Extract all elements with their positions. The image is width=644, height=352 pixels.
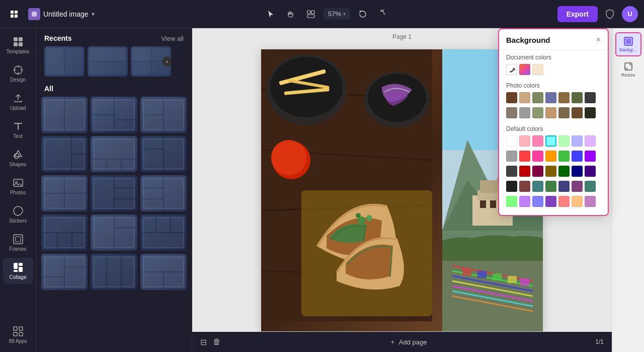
def-color-5-2[interactable]: [519, 196, 530, 207]
template-item[interactable]: [140, 136, 187, 172]
logo-icon[interactable]: [6, 6, 22, 22]
def-color-2-4[interactable]: [545, 151, 556, 162]
def-color-5-1[interactable]: [506, 196, 517, 207]
template-item[interactable]: [140, 215, 187, 251]
def-color-3-4[interactable]: [545, 166, 556, 177]
doc-color-swatch-3[interactable]: [532, 64, 543, 75]
def-color-1-7[interactable]: [585, 135, 596, 147]
photo-color-6[interactable]: [572, 92, 583, 103]
def-color-4-3[interactable]: [532, 181, 543, 192]
view-all-link[interactable]: View all: [161, 35, 184, 42]
bg-popup-close-button[interactable]: ×: [596, 35, 601, 44]
sidebar-item-upload[interactable]: Upload: [3, 89, 33, 115]
sidebar-item-frames[interactable]: Frames: [3, 230, 33, 256]
delete-icon[interactable]: 🗑: [213, 337, 221, 346]
photo-color-7[interactable]: [585, 92, 596, 103]
sidebar-item-apps[interactable]: 88 Apps: [3, 322, 33, 348]
def-color-4-1[interactable]: [506, 181, 517, 192]
right-panel-resize[interactable]: Resize: [615, 58, 641, 81]
template-item[interactable]: [41, 254, 88, 290]
template-item[interactable]: [91, 175, 137, 212]
photo-color-r2-5[interactable]: [558, 107, 570, 118]
photo-color-r2-6[interactable]: [572, 107, 583, 118]
def-color-5-7[interactable]: [585, 196, 596, 207]
def-color-5-3[interactable]: [532, 196, 543, 207]
user-avatar[interactable]: U: [622, 6, 638, 22]
def-color-3-6[interactable]: [572, 166, 583, 177]
photo-color-1[interactable]: [506, 92, 517, 103]
redo-button[interactable]: [373, 6, 389, 22]
template-item[interactable]: [91, 97, 137, 133]
photo-color-3[interactable]: [532, 92, 543, 103]
undo-button[interactable]: [355, 6, 371, 22]
hand-tool[interactable]: [283, 6, 299, 22]
template-item[interactable]: [91, 254, 137, 290]
def-color-2-2[interactable]: [519, 151, 530, 162]
sidebar-item-stickers[interactable]: Stickers: [3, 201, 33, 228]
def-color-2-6[interactable]: [572, 151, 583, 162]
def-color-2-3[interactable]: [532, 151, 543, 162]
canvas-food-image[interactable]: [261, 49, 442, 331]
template-item[interactable]: [41, 175, 88, 212]
recents-next-arrow[interactable]: ›: [162, 56, 171, 66]
sidebar-item-design[interactable]: Design: [3, 60, 33, 87]
sidebar-item-text[interactable]: Text: [3, 117, 33, 143]
zoom-control[interactable]: 57% ▾: [323, 8, 351, 20]
photo-color-2[interactable]: [519, 92, 530, 103]
def-color-5-4[interactable]: [545, 196, 556, 207]
gradient-swatch[interactable]: [519, 64, 530, 75]
layout-tool[interactable]: [303, 6, 319, 22]
select-tool[interactable]: [263, 6, 279, 22]
template-item[interactable]: [41, 97, 88, 133]
def-color-2-5[interactable]: [558, 151, 570, 162]
eyedropper-swatch[interactable]: [506, 64, 517, 75]
save-icon[interactable]: ⊟: [200, 337, 207, 347]
sidebar-item-photos[interactable]: Photos: [3, 173, 33, 199]
def-color-5-5[interactable]: [558, 196, 570, 207]
template-item[interactable]: [140, 97, 187, 133]
sidebar-item-templates[interactable]: Templates: [3, 32, 33, 58]
def-color-2-1[interactable]: [506, 151, 517, 162]
def-color-5-6[interactable]: [572, 196, 583, 207]
right-panel-background[interactable]: Backgr...: [615, 32, 641, 56]
photo-color-r2-3[interactable]: [532, 107, 543, 118]
template-item[interactable]: [41, 136, 88, 172]
def-color-3-3[interactable]: [532, 166, 543, 177]
sidebar-item-shapes[interactable]: Shapes: [3, 145, 33, 171]
photo-color-r2-2[interactable]: [519, 107, 530, 118]
def-color-3-7[interactable]: [585, 166, 596, 177]
def-color-3-2[interactable]: [519, 166, 530, 177]
def-color-4-7[interactable]: [585, 181, 596, 192]
shield-icon[interactable]: [602, 6, 618, 22]
photo-color-r2-4[interactable]: [545, 107, 556, 118]
template-item[interactable]: [91, 215, 137, 251]
recent-thumb-3[interactable]: ›: [131, 46, 171, 77]
photo-color-5[interactable]: [558, 92, 570, 103]
add-page-button[interactable]: ＋ Add page: [389, 337, 427, 346]
document-title-area[interactable]: Untitled image ▾: [28, 8, 95, 20]
def-color-4-4[interactable]: [545, 181, 556, 192]
export-button[interactable]: Export: [557, 6, 598, 22]
template-item[interactable]: [91, 136, 137, 172]
recent-thumb-2[interactable]: [88, 46, 128, 77]
def-color-2-7[interactable]: [585, 151, 596, 162]
template-item[interactable]: [140, 175, 187, 212]
def-color-1-6[interactable]: [572, 135, 583, 147]
template-item[interactable]: [41, 215, 88, 251]
recent-thumb-1[interactable]: [44, 46, 85, 77]
def-color-1-1[interactable]: [506, 135, 517, 147]
photo-color-r2-7[interactable]: [585, 107, 596, 118]
def-color-4-6[interactable]: [572, 181, 583, 192]
photo-color-4[interactable]: [545, 92, 556, 103]
def-color-4-5[interactable]: [558, 181, 570, 192]
def-color-1-2[interactable]: [519, 135, 530, 147]
def-color-3-1[interactable]: [506, 166, 517, 177]
def-color-3-5[interactable]: [558, 166, 570, 177]
def-color-1-5[interactable]: [558, 135, 570, 147]
def-color-1-4[interactable]: [545, 135, 556, 147]
def-color-1-3[interactable]: [532, 135, 543, 147]
template-item[interactable]: [140, 254, 187, 290]
sidebar-item-collage[interactable]: Collage: [3, 258, 33, 284]
def-color-4-2[interactable]: [519, 181, 530, 192]
photo-color-r2-1[interactable]: [506, 107, 517, 118]
